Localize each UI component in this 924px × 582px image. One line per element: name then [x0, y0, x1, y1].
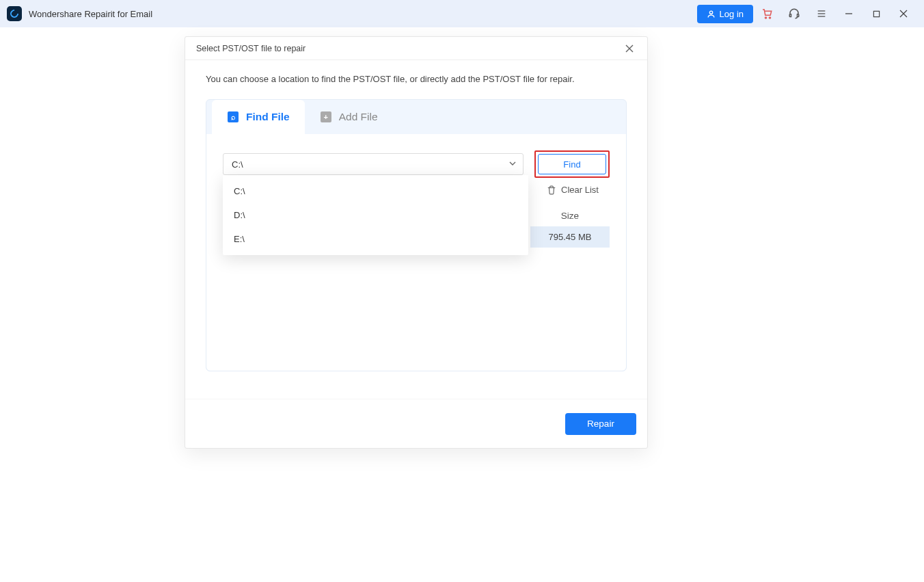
svg-point-0	[709, 11, 712, 14]
tab-add-label: Add File	[339, 111, 378, 123]
panel-content: C:\ Find C:\ D:\	[206, 134, 626, 371]
close-window-button[interactable]	[890, 0, 917, 27]
tabs: ⌕ Find File + Add File	[206, 100, 626, 134]
size-column: Size 795.45 MB	[530, 205, 610, 248]
size-cell: 795.45 MB	[530, 226, 610, 248]
login-button[interactable]: Log in	[697, 5, 753, 23]
close-icon	[625, 44, 634, 53]
svg-point-1	[765, 17, 766, 18]
cart-icon[interactable]	[753, 0, 780, 27]
search-file-icon: ⌕	[227, 111, 239, 123]
app-logo	[7, 6, 22, 21]
drive-dropdown: C:\ D:\ E:\	[223, 175, 528, 255]
chevron-down-icon	[508, 158, 517, 170]
file-panel: ⌕ Find File + Add File C:\	[206, 99, 627, 371]
drive-option-d[interactable]: D:\	[223, 203, 528, 227]
select-file-dialog: Select PST/OST file to repair You can ch…	[185, 36, 648, 449]
menu-icon[interactable]	[808, 0, 835, 27]
tab-find-file[interactable]: ⌕ Find File	[212, 100, 305, 134]
titlebar: Wondershare Repairit for Email Log in	[0, 0, 924, 27]
support-icon[interactable]	[780, 0, 808, 27]
tab-add-file[interactable]: + Add File	[305, 100, 393, 134]
svg-point-2	[769, 17, 770, 18]
add-file-icon: +	[320, 111, 332, 123]
drive-option-c[interactable]: C:\	[223, 179, 528, 203]
clear-list-button[interactable]: Clear List	[547, 185, 599, 195]
minimize-button[interactable]	[835, 0, 862, 27]
dialog-footer: Repair	[185, 399, 647, 448]
size-header: Size	[530, 205, 610, 226]
find-button-highlight: Find	[534, 150, 610, 178]
dialog-header: Select PST/OST file to repair	[185, 37, 647, 60]
dialog-title: Select PST/OST file to repair	[196, 44, 305, 53]
tab-find-label: Find File	[246, 111, 290, 123]
trash-icon	[547, 185, 556, 195]
repair-button[interactable]: Repair	[565, 413, 636, 435]
dialog-description: You can choose a location to find the PS…	[206, 74, 627, 84]
find-button[interactable]: Find	[538, 154, 606, 174]
app-title: Wondershare Repairit for Email	[29, 9, 152, 19]
drive-select-value: C:\	[232, 159, 243, 170]
dialog-close-button[interactable]	[623, 42, 636, 55]
maximize-button[interactable]	[862, 0, 890, 27]
svg-rect-7	[873, 11, 879, 16]
dialog-body: You can choose a location to find the PS…	[185, 60, 647, 399]
user-icon	[707, 10, 716, 18]
login-label: Log in	[720, 9, 744, 19]
clear-list-label: Clear List	[561, 185, 599, 195]
drive-select[interactable]: C:\	[223, 153, 524, 175]
drive-option-e[interactable]: E:\	[223, 227, 528, 251]
